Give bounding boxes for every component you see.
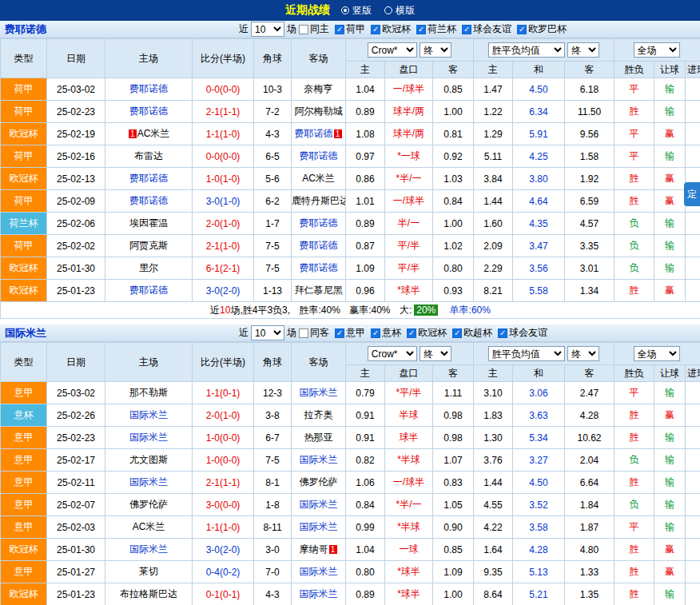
radio-unselected-icon[interactable] — [384, 6, 392, 14]
checkbox-checked-icon[interactable] — [462, 25, 471, 34]
odds-final-select[interactable]: 终 — [420, 346, 451, 361]
comp-filter-checkbox[interactable]: 荷兰杯 — [416, 22, 456, 36]
corner-count: 7-5 — [254, 235, 292, 257]
away-team-name[interactable]: 摩纳哥 — [300, 543, 328, 555]
home-team-name[interactable]: 尤文图斯 — [129, 454, 168, 465]
layout-horizontal-option[interactable]: 横版 — [384, 4, 415, 18]
home-team-name[interactable]: 布拉格斯巴达 — [120, 588, 177, 599]
side-tab-button[interactable]: 定 — [684, 182, 700, 206]
away-team-cell: 费耶诺德 — [292, 213, 346, 235]
home-team-name[interactable]: 国际米兰 — [129, 476, 168, 488]
away-team-name[interactable]: 佛罗伦萨 — [300, 476, 338, 488]
home-team-name[interactable]: AC米兰 — [137, 128, 170, 139]
away-team-name[interactable]: 费耶诺德 — [300, 240, 338, 251]
comp-filter-checkbox[interactable]: 欧冠杯 — [407, 326, 447, 340]
competition-type: 意甲 — [1, 449, 47, 472]
comp-filter-checkbox[interactable]: 荷甲 — [335, 22, 365, 36]
away-team-name[interactable]: 鹿特丹斯巴达 — [292, 195, 346, 206]
home-team-name[interactable]: 里尔 — [139, 262, 158, 273]
match-count-select[interactable]: 10 — [251, 22, 284, 37]
match-row: 欧冠杯25-01-30国际米兰3-0(2-0)3-0摩纳哥11.04一球0.85… — [1, 539, 700, 561]
checkbox-checked-icon[interactable] — [452, 328, 462, 338]
checkbox-icon[interactable] — [299, 25, 308, 34]
away-team-name[interactable]: 费耶诺德 — [300, 262, 338, 273]
home-team-name[interactable]: 国际米兰 — [129, 432, 168, 443]
comp-filter-checkbox[interactable]: 欧冠杯 — [371, 22, 411, 36]
scope-select[interactable]: 全场 — [634, 346, 680, 361]
comp-filter-checkbox[interactable]: 欧超杯 — [452, 326, 492, 340]
comp-filter-checkbox[interactable]: 球会友谊 — [462, 22, 511, 36]
page-title: 近期战绩 — [285, 3, 330, 18]
away-team-name[interactable]: 热那亚 — [304, 432, 333, 443]
layout-vertical-option[interactable]: 竖版 — [341, 4, 372, 18]
goals-cell — [686, 561, 700, 583]
europe-final-select[interactable]: 终 — [567, 42, 599, 58]
away-team-name[interactable]: 费耶诺德 — [300, 150, 338, 161]
venue-filter-checkbox[interactable]: 同客 — [299, 326, 329, 340]
competition-type: 意甲 — [1, 516, 47, 539]
home-team-name[interactable]: 埃因霍温 — [129, 217, 168, 229]
home-team-name[interactable]: 阿贾克斯 — [129, 240, 168, 251]
home-team-name[interactable]: AC米兰 — [133, 521, 165, 532]
away-team-name[interactable]: 阿尔梅勒城 — [295, 105, 343, 117]
away-team-name[interactable]: AC米兰 — [302, 173, 335, 184]
matches-table-feyenoord: 类型 日期 主场 比分(半场) 角球 客场 Crow* 终 胜平负均值 终 全场 — [0, 38, 700, 319]
home-team-name[interactable]: 费耶诺德 — [129, 105, 168, 117]
checkbox-checked-icon[interactable] — [371, 328, 380, 338]
radio-selected-icon[interactable] — [341, 6, 349, 14]
checkbox-checked-icon[interactable] — [517, 25, 527, 34]
result-cell: 平 — [614, 78, 654, 101]
win-odds: 1.83 — [474, 404, 513, 427]
match-count-select[interactable]: 10 — [251, 325, 284, 340]
match-row: 荷甲25-03-02费耶诺德0-0(0-0)10-3奈梅亨1.04一/球半0.8… — [1, 78, 700, 101]
team-name[interactable]: 国际米兰 — [5, 326, 46, 340]
comp-filter-checkbox[interactable]: 意杯 — [371, 326, 401, 340]
europe-avg-select[interactable]: 胜平负均值 — [488, 346, 565, 361]
result-cell: 胜 — [614, 168, 654, 190]
home-team-name[interactable]: 国际米兰 — [129, 409, 168, 420]
away-team-name[interactable]: 拜仁慕尼黑 — [295, 285, 343, 296]
odds-source-select[interactable]: Crow* — [368, 346, 417, 361]
home-team-name[interactable]: 佛罗伦萨 — [129, 499, 168, 510]
away-team-name[interactable]: 费耶诺德 — [295, 128, 333, 139]
comp-filter-checkbox[interactable]: 意甲 — [335, 326, 365, 340]
checkbox-checked-icon[interactable] — [335, 25, 344, 34]
draw-odds: 4.50 — [513, 472, 565, 494]
home-team-cell: 国际米兰 — [105, 427, 193, 449]
away-team-name[interactable]: 国际米兰 — [300, 499, 338, 510]
odds-final-select[interactable]: 终 — [420, 42, 451, 58]
checkbox-checked-icon[interactable] — [371, 25, 380, 34]
comp-filter-checkbox[interactable]: 球会友谊 — [498, 326, 547, 340]
away-team-name[interactable]: 国际米兰 — [300, 521, 338, 532]
home-team-name[interactable]: 费耶诺德 — [129, 285, 168, 296]
home-team-name[interactable]: 那不勒斯 — [129, 387, 168, 398]
checkbox-icon[interactable] — [299, 328, 308, 338]
away-team-name[interactable]: 国际米兰 — [300, 566, 338, 577]
away-team-name[interactable]: 费耶诺德 — [300, 217, 338, 229]
away-team-name[interactable]: 拉齐奥 — [304, 409, 333, 420]
home-team-name[interactable]: 费耶诺德 — [129, 173, 168, 184]
checkbox-checked-icon[interactable] — [416, 25, 426, 34]
home-team-name[interactable]: 费耶诺德 — [129, 83, 168, 94]
checkbox-checked-icon[interactable] — [407, 328, 416, 338]
europe-final-select[interactable]: 终 — [567, 346, 599, 361]
comp-filter-checkbox[interactable]: 欧罗巴杯 — [517, 22, 567, 36]
score-halftime: 3-0(0-0) — [193, 494, 254, 516]
away-team-name[interactable]: 国际米兰 — [300, 387, 338, 398]
match-date: 25-01-23 — [47, 280, 105, 302]
checkbox-checked-icon[interactable] — [335, 328, 344, 338]
europe-avg-select[interactable]: 胜平负均值 — [488, 42, 565, 58]
venue-filter-checkbox[interactable]: 同主 — [299, 22, 329, 36]
checkbox-checked-icon[interactable] — [498, 328, 507, 338]
odds-source-select[interactable]: Crow* — [368, 42, 417, 58]
matches-rows: 荷甲25-03-02费耶诺德0-0(0-0)10-3奈梅亨1.04一/球半0.8… — [1, 78, 700, 302]
team-name[interactable]: 费耶诺德 — [5, 22, 46, 37]
home-team-name[interactable]: 布雷达 — [134, 150, 163, 161]
away-team-name[interactable]: 国际米兰 — [300, 454, 338, 465]
home-team-name[interactable]: 国际米兰 — [129, 543, 168, 555]
scope-select[interactable]: 全场 — [634, 42, 680, 58]
home-team-name[interactable]: 费耶诺德 — [129, 195, 168, 206]
away-team-name[interactable]: 奈梅亨 — [304, 83, 333, 94]
away-team-name[interactable]: 国际米兰 — [300, 588, 338, 599]
home-team-name[interactable]: 莱切 — [139, 566, 158, 577]
